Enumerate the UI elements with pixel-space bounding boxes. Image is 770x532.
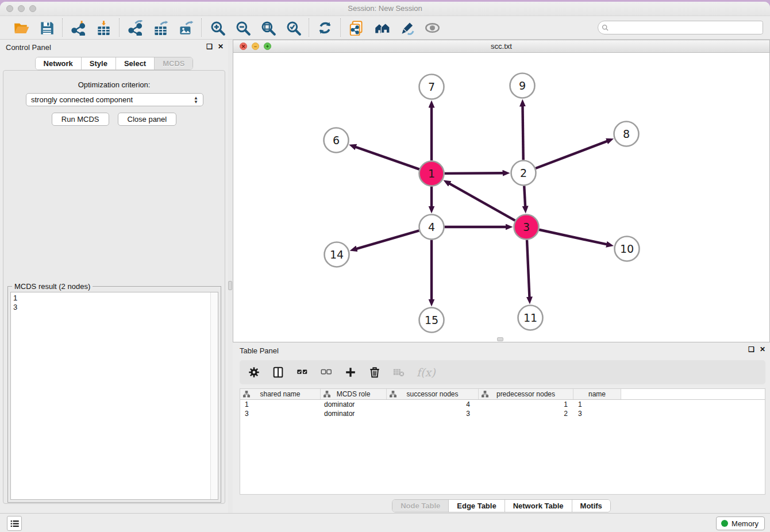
close-panel-button[interactable]: Close panel [118,113,177,126]
document-share-icon[interactable] [347,18,365,37]
search-input[interactable] [611,24,759,32]
column-header-successor-nodes[interactable]: successor nodes [387,389,479,399]
checked-boxes-icon[interactable] [296,366,309,379]
table-tab-network-table[interactable]: Network Table [505,500,572,512]
table-toolbar: f(x) [240,360,765,384]
table-tab-node-table[interactable]: Node Table [392,500,449,512]
column-header-predecessor-nodes[interactable]: predecessor nodes [479,389,573,399]
column-split-icon[interactable] [272,366,284,379]
task-history-button[interactable] [7,516,22,531]
tab-select[interactable]: Select [116,57,155,70]
horizontal-splitter-handle[interactable] [497,337,503,341]
cell[interactable]: 4 [387,400,479,409]
cell[interactable]: 1 [573,400,621,409]
zoom-fit-icon[interactable] [259,18,277,37]
image-export-icon[interactable] [176,18,195,37]
cell[interactable]: 3 [387,409,479,418]
table-row-1[interactable]: 1dominator411 [240,400,765,409]
optimization-select-value: strongly connected component [31,95,133,104]
search-box[interactable] [598,21,763,34]
zoom-in-icon[interactable] [208,18,226,37]
cell[interactable]: dominator [321,409,387,418]
folder-open-icon[interactable] [12,18,30,37]
zoom-out-icon[interactable] [233,18,252,37]
mcds-result-box: MCDS result (2 nodes) 1 3 [7,286,221,503]
node-label-8: 8 [623,128,630,140]
optimization-select[interactable]: strongly connected component ▲▼ [26,93,203,106]
control-panel-header: Control Panel ❑ ✕ [0,40,228,55]
gear-icon[interactable] [248,366,260,379]
optimization-label: Optimization criterion: [3,80,225,89]
app-window: Session: New Session Control Panel ❑ ✕ N… [0,2,770,532]
network-canvas[interactable]: 7968124314101511 [233,53,769,342]
close-panel-icon[interactable]: ✕ [218,43,224,51]
table-export-icon[interactable] [151,18,170,37]
memory-label: Memory [732,519,759,528]
network-export-icon[interactable] [126,18,144,37]
control-panel: Control Panel ❑ ✕ NetworkStyleSelectMCDS… [0,40,228,513]
cell[interactable]: 3 [240,409,321,418]
brush-icon[interactable] [398,18,416,37]
float-table-panel-icon[interactable]: ❑ [748,346,754,353]
node-table: shared nameMCDS rolesuccessor nodesprede… [240,388,765,495]
close-table-panel-icon[interactable]: ✕ [760,346,765,353]
refresh-icon[interactable] [315,18,334,37]
vertical-splitter[interactable] [228,40,233,513]
column-header-MCDS-role[interactable]: MCDS role [321,389,387,399]
node-label-3: 3 [523,221,530,233]
table-row-2[interactable]: 3dominator323 [240,409,765,418]
list-icon [10,519,20,529]
column-header-name[interactable]: name [573,389,621,399]
table-header-row: shared nameMCDS rolesuccessor nodesprede… [240,389,765,400]
cell[interactable]: 3 [573,409,621,418]
trash-icon[interactable] [368,366,381,379]
network-graph[interactable]: 7968124314101511 [233,53,770,343]
cell[interactable]: 1 [479,400,573,409]
edge-2-8[interactable] [536,141,607,168]
cell[interactable]: 2 [479,409,573,418]
edge-1-6[interactable] [356,147,419,169]
tab-style[interactable]: Style [82,57,116,70]
network-view-titlebar: ✕ − + scc.txt [233,40,769,53]
table-tab-edge-table[interactable]: Edge Table [449,500,505,512]
node-label-6: 6 [333,134,340,147]
edge-3-10[interactable] [539,230,607,245]
edge-1-2[interactable] [444,173,503,174]
result-scrollbar[interactable] [210,292,218,499]
tab-mcds[interactable]: MCDS [155,57,192,70]
save-icon[interactable] [37,18,56,37]
cell[interactable]: dominator [321,400,387,409]
network-view-window: ✕ − + scc.txt 7968124314101511 [233,40,770,342]
houses-icon[interactable] [372,18,391,37]
cell[interactable]: 1 [240,400,321,409]
run-mcds-button[interactable]: Run MCDS [52,113,109,126]
plus-icon[interactable] [344,366,357,379]
node-label-15: 15 [425,314,438,326]
edge-3-11[interactable] [527,240,529,297]
float-panel-icon[interactable]: ❑ [206,43,213,51]
search-icon [602,24,609,32]
tab-network[interactable]: Network [36,57,82,70]
control-panel-tabs: NetworkStyleSelectMCDS [0,57,228,70]
main-titlebar: Session: New Session [0,2,770,16]
edge-2-3[interactable] [524,186,525,206]
table-tab-motifs[interactable]: Motifs [572,500,610,512]
splitter-handle[interactable] [228,281,232,290]
mcds-result-text[interactable]: 1 3 [10,292,218,500]
right-column: ✕ − + scc.txt 7968124314101511 Table Pan… [233,40,770,513]
eye-icon[interactable] [423,18,441,37]
edge-2-9[interactable] [522,106,523,160]
control-panel-title: Control Panel [6,43,51,52]
table-panel-header: Table Panel ❑ ✕ [233,342,770,358]
unchecked-boxes-icon[interactable] [320,366,333,379]
node-label-4: 4 [428,221,435,233]
edge-3-1[interactable] [449,183,515,221]
network-import-icon[interactable] [69,18,87,37]
column-header-shared-name[interactable]: shared name [240,389,321,399]
zoom-selected-icon[interactable] [284,18,302,37]
edge-4-14[interactable] [356,230,419,249]
memory-button[interactable]: Memory [716,516,765,530]
table-import-icon[interactable] [94,18,113,37]
node-label-1: 1 [428,167,435,180]
table-panel-title: Table Panel [240,346,279,355]
